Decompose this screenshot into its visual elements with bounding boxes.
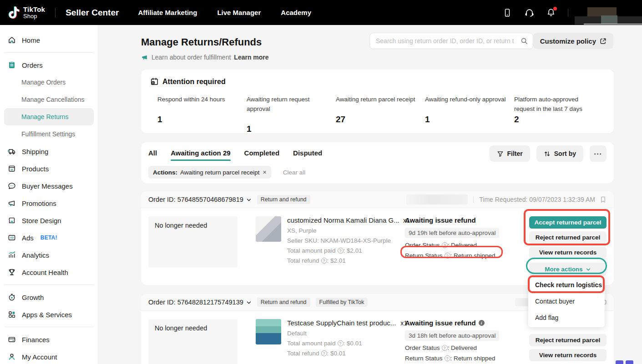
sidebar-item-shipping[interactable]: Shipping bbox=[0, 143, 98, 160]
nav-link-academy[interactable]: Academy bbox=[281, 9, 311, 16]
sidebar-item-store-design[interactable]: Store Design bbox=[0, 212, 98, 229]
stat-awaiting-refund-only: Awaiting refund-only approval 1 bbox=[425, 95, 514, 134]
help-icon[interactable] bbox=[321, 350, 327, 356]
tab-all[interactable]: All bbox=[148, 149, 157, 161]
help-icon[interactable] bbox=[338, 340, 344, 346]
notifications-bell-icon[interactable] bbox=[546, 8, 556, 18]
filter-button[interactable]: Filter bbox=[490, 145, 530, 162]
accept-returned-parcel-button[interactable]: Accept returned parcel bbox=[529, 216, 607, 229]
sidebar-item-analytics[interactable]: Analytics bbox=[0, 246, 98, 264]
sidebar-divider bbox=[5, 52, 93, 53]
view-return-records-button[interactable]: View return records bbox=[529, 349, 607, 361]
sidebar-item-orders[interactable]: Orders bbox=[0, 56, 98, 74]
order-tag-return-refund: Return and refund bbox=[257, 195, 310, 204]
sidebar-item-promotions[interactable]: Promotions bbox=[0, 194, 98, 212]
sort-by-button[interactable]: Sort by bbox=[536, 145, 583, 162]
sidebar-label: Orders bbox=[22, 61, 43, 69]
menu-item-add-flag[interactable]: Add flag bbox=[528, 309, 605, 326]
help-icon[interactable] bbox=[442, 345, 448, 351]
more-options-button[interactable]: ··· bbox=[590, 145, 607, 162]
return-order-card-1: Order ID: 576485570468679819 Return and … bbox=[141, 191, 614, 285]
remove-filter-icon[interactable]: × bbox=[263, 169, 267, 176]
nav-seller-center[interactable]: Seller Center bbox=[66, 8, 119, 18]
tab-completed[interactable]: Completed bbox=[244, 149, 280, 161]
view-return-records-button[interactable]: View return records bbox=[529, 246, 607, 259]
sidebar-item-manage-orders[interactable]: Manage Orders bbox=[0, 74, 98, 91]
customize-policy-button[interactable]: Customize policy bbox=[533, 33, 613, 49]
total-refund: Total refund: $0.01 bbox=[287, 350, 407, 357]
tiktok-shop-logo[interactable]: TikTok Shop bbox=[8, 6, 45, 19]
chevron-down-icon[interactable] bbox=[246, 197, 252, 203]
sidebar-item-account-health[interactable]: Account Health bbox=[0, 264, 98, 281]
return-status-line: Return Status: Return shipped bbox=[405, 252, 521, 259]
product-sku: Seller SKU: NKAM-WD184-XS-Purple bbox=[287, 237, 410, 244]
sidebar-label: Shipping bbox=[22, 148, 48, 155]
trophy-icon bbox=[8, 268, 16, 276]
return-reason: No longer needed bbox=[148, 216, 238, 268]
reject-returned-parcel-button[interactable]: Reject returned parcel bbox=[529, 334, 607, 346]
sidebar-item-fulfillment-settings[interactable]: Fulfillment Settings bbox=[0, 125, 98, 143]
sidebar-item-ads[interactable]: AD Ads BETA! bbox=[0, 229, 98, 246]
nav-link-live-manager[interactable]: Live Manager bbox=[217, 9, 261, 16]
product-variant: Default bbox=[287, 330, 407, 337]
info-icon[interactable] bbox=[479, 320, 485, 326]
return-status-summary: Awaiting issue refund 9d 19h left before… bbox=[405, 216, 521, 276]
chevron-down-icon bbox=[586, 267, 591, 272]
header-divider bbox=[473, 196, 474, 203]
product-name[interactable]: Testcase SupplyChain test produc... bbox=[287, 319, 396, 327]
help-icon[interactable] bbox=[445, 253, 450, 259]
help-icon[interactable] bbox=[445, 355, 450, 361]
status-title: Awaiting issue refund bbox=[405, 319, 521, 327]
sidebar-item-manage-cancellations[interactable]: Manage Cancellations bbox=[0, 91, 98, 108]
product-image[interactable] bbox=[256, 216, 281, 242]
reject-returned-parcel-button[interactable]: Reject returned parcel bbox=[529, 231, 607, 244]
active-filter-chip: Actions: Awaiting return parcel receipt … bbox=[148, 166, 271, 179]
sidebar-item-growth[interactable]: Growth bbox=[0, 289, 98, 306]
chevron-down-icon[interactable] bbox=[246, 300, 252, 305]
order-id-value: 576485570468679819 bbox=[177, 196, 243, 203]
product-variant: XS, Purple bbox=[287, 227, 410, 234]
user-icon bbox=[8, 353, 16, 361]
sidebar-item-manage-returns[interactable]: Manage Returns bbox=[4, 108, 94, 125]
clear-all-link[interactable]: Clear all bbox=[283, 169, 306, 176]
product-image[interactable] bbox=[256, 319, 281, 344]
time-requested: Time Requested: 09/07/2023 1:32:39 AM bbox=[479, 196, 595, 203]
help-icon[interactable] bbox=[338, 248, 344, 254]
tab-disputed[interactable]: Disputed bbox=[293, 149, 322, 161]
sidebar-item-apps-services[interactable]: Apps & Services bbox=[0, 306, 98, 323]
sidebar-label: My Account bbox=[22, 353, 57, 361]
nav-link-affiliate-marketing[interactable]: Affiliate Marketing bbox=[138, 9, 197, 16]
sidebar-item-finances[interactable]: Finances bbox=[0, 331, 98, 348]
home-icon bbox=[8, 36, 16, 44]
return-status-summary: Awaiting issue refund 3d 18h left before… bbox=[405, 319, 521, 364]
help-icon[interactable] bbox=[442, 242, 448, 248]
bookmark-icon[interactable] bbox=[600, 196, 607, 203]
helper-widget-partial[interactable] bbox=[616, 360, 633, 364]
stat-respond-24h: Respond within 24 hours 1 bbox=[157, 95, 247, 134]
sidebar-item-home[interactable]: Home bbox=[0, 31, 98, 49]
account-redacted-block[interactable] bbox=[575, 4, 642, 25]
support-headset-icon[interactable] bbox=[524, 8, 534, 18]
learn-more-link[interactable]: Learn more bbox=[234, 54, 268, 61]
sidebar-divider bbox=[5, 327, 93, 327]
attention-title: Attention required bbox=[162, 78, 226, 86]
sidebar-label: Products bbox=[22, 165, 49, 173]
sidebar-item-buyer-messages[interactable]: Buyer Messages bbox=[0, 177, 98, 194]
sidebar-label: Growth bbox=[22, 294, 44, 301]
more-actions-dropdown: Check return logistics Contact buyer Add… bbox=[528, 275, 605, 327]
mobile-app-icon[interactable] bbox=[502, 8, 512, 18]
nav-right-icons bbox=[502, 1, 642, 25]
sidebar-item-my-account[interactable]: My Account bbox=[0, 348, 98, 364]
sidebar-item-products[interactable]: Products bbox=[0, 160, 98, 177]
order-actions: Reject returned parcel View return recor… bbox=[529, 334, 607, 364]
buyer-name-redacted bbox=[406, 194, 468, 204]
search-input[interactable] bbox=[370, 37, 521, 45]
menu-item-contact-buyer[interactable]: Contact buyer bbox=[528, 293, 605, 309]
sidebar-label: Home bbox=[22, 36, 40, 44]
help-icon[interactable] bbox=[321, 258, 327, 264]
product-name[interactable]: customized Norma Kamali Diana G... bbox=[287, 216, 399, 224]
tab-awaiting-action[interactable]: Awaiting action 29 bbox=[171, 149, 230, 161]
search-icon[interactable] bbox=[521, 37, 528, 45]
more-actions-button[interactable]: More actions bbox=[529, 263, 607, 276]
menu-item-check-return-logistics[interactable]: Check return logistics bbox=[528, 277, 605, 293]
